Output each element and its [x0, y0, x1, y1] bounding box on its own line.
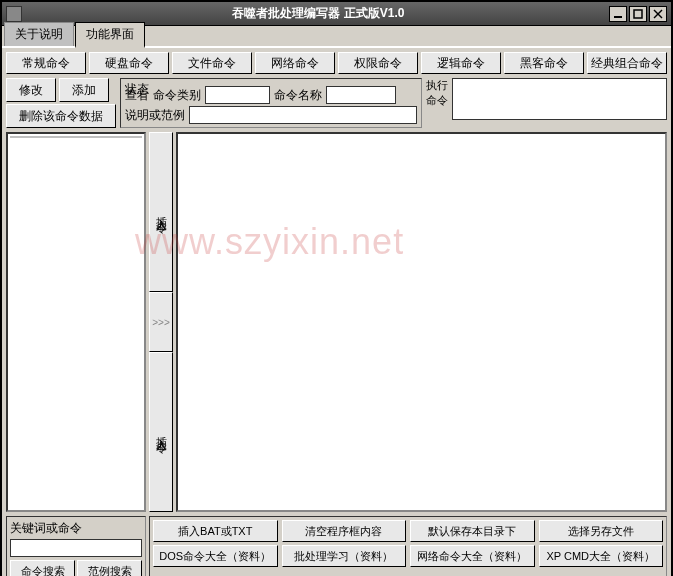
- tab-row: 关于说明 功能界面: [2, 26, 671, 48]
- tab-function[interactable]: 功能界面: [75, 22, 145, 48]
- delete-button[interactable]: 删除该命令数据: [6, 104, 116, 128]
- xpcmd-ref-button[interactable]: XP CMD大全（资料）: [539, 545, 664, 567]
- tab-about[interactable]: 关于说明: [4, 22, 74, 46]
- add-button[interactable]: 添加: [59, 78, 109, 102]
- exec-label-1: 执行: [426, 78, 448, 93]
- modify-button[interactable]: 修改: [6, 78, 56, 102]
- insert-cmd-top[interactable]: 插入命令: [149, 132, 173, 292]
- keyword-label: 关键词或命令: [10, 520, 142, 537]
- insert-cmd-bottom[interactable]: 插入命令: [149, 352, 173, 512]
- cmd-name-label: 命令名称: [274, 87, 322, 104]
- cmd-name-input[interactable]: [326, 86, 396, 104]
- search-example-button[interactable]: 范例搜索: [77, 560, 142, 576]
- script-editor[interactable]: [176, 132, 667, 512]
- desc-label: 说明或范例: [125, 107, 185, 124]
- insert-arrow: >>>: [149, 292, 173, 352]
- bottom-buttons: 插入BAT或TXT 清空程序框内容 默认保存本目录下 选择另存文件 DOS命令大…: [149, 516, 667, 576]
- cat-general[interactable]: 常规命令: [6, 52, 86, 74]
- exec-textarea[interactable]: [452, 78, 667, 120]
- keyword-input[interactable]: [10, 539, 142, 557]
- cat-disk[interactable]: 硬盘命令: [89, 52, 169, 74]
- save-default-button[interactable]: 默认保存本目录下: [410, 520, 535, 542]
- batch-learn-button[interactable]: 批处理学习（资料）: [282, 545, 407, 567]
- cat-permission[interactable]: 权限命令: [338, 52, 418, 74]
- svg-rect-1: [634, 10, 642, 18]
- cmd-type-label: 命令类别: [153, 87, 201, 104]
- cat-combo[interactable]: 经典组合命令: [587, 52, 667, 74]
- exec-label-2: 命令: [426, 93, 448, 108]
- app-icon: [6, 6, 22, 22]
- command-tree[interactable]: [6, 132, 146, 512]
- cat-logic[interactable]: 逻辑命令: [421, 52, 501, 74]
- dos-ref-button[interactable]: DOS命令大全（资料）: [153, 545, 278, 567]
- keyword-panel: 关键词或命令 命令搜索 范例搜索: [6, 516, 146, 576]
- clear-editor-button[interactable]: 清空程序框内容: [282, 520, 407, 542]
- cat-file[interactable]: 文件命令: [172, 52, 252, 74]
- net-ref-button[interactable]: 网络命令大全（资料）: [410, 545, 535, 567]
- cat-hacker[interactable]: 黑客命令: [504, 52, 584, 74]
- insert-bat-txt-button[interactable]: 插入BAT或TXT: [153, 520, 278, 542]
- status-panel: 状态 查看 命令类别 命令名称 说明或范例: [120, 78, 422, 128]
- tree-item[interactable]: [10, 138, 142, 140]
- maximize-button[interactable]: [629, 6, 647, 22]
- search-cmd-button[interactable]: 命令搜索: [10, 560, 75, 576]
- view-label: 查看: [125, 87, 149, 104]
- close-button[interactable]: [649, 6, 667, 22]
- cmd-type-input[interactable]: [205, 86, 270, 104]
- window-title: 吞噬者批处理编写器 正式版V1.0: [28, 5, 609, 22]
- cat-network[interactable]: 网络命令: [255, 52, 335, 74]
- desc-input[interactable]: [189, 106, 417, 124]
- category-row: 常规命令 硬盘命令 文件命令 网络命令 权限命令 逻辑命令 黑客命令 经典组合命…: [6, 52, 667, 74]
- minimize-button[interactable]: [609, 6, 627, 22]
- save-as-button[interactable]: 选择另存文件: [539, 520, 664, 542]
